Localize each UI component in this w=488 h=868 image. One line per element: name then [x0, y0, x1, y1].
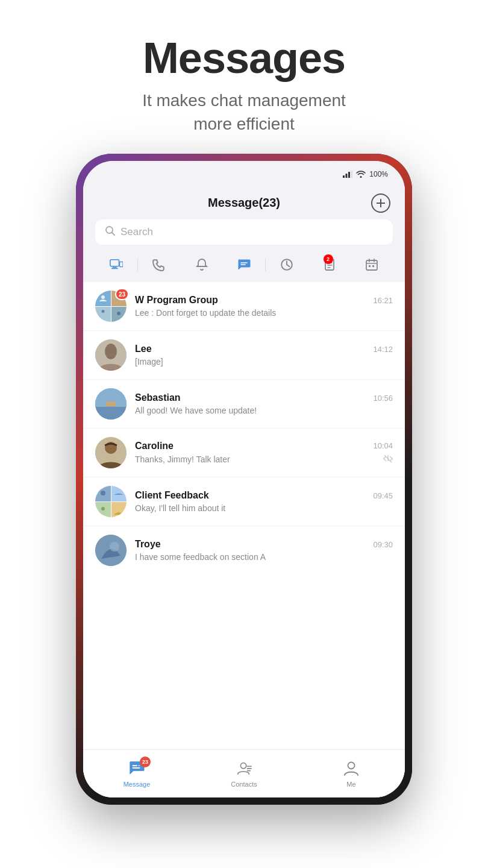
message-item[interactable]: Sebastian 10:56 All good! We have some u… — [83, 380, 405, 429]
message-bottom: I have some feedback on section A — [135, 552, 393, 562]
nav-item-contacts[interactable]: Contacts — [190, 755, 298, 793]
bottom-nav: 23 Message — [83, 749, 405, 797]
nav-item-message[interactable]: 23 Message — [83, 755, 190, 793]
tab-alerts[interactable] — [181, 253, 223, 276]
svg-rect-3 — [351, 171, 353, 178]
message-item[interactable]: Client Feedback 09:45 Okay, I'll tell hi… — [83, 477, 405, 526]
svg-point-52 — [240, 763, 246, 769]
tab-all[interactable] — [95, 253, 137, 276]
message-bottom: Lee : Dont forget to update the details — [135, 308, 393, 318]
avatar — [95, 535, 127, 566]
message-preview: [Image] — [135, 357, 393, 366]
message-bottom: Okay, I'll tell him about it — [135, 503, 393, 513]
svg-rect-19 — [366, 260, 377, 270]
me-nav-icon — [343, 760, 359, 778]
message-top: Caroline 10:04 — [135, 441, 393, 451]
svg-rect-2 — [348, 172, 350, 178]
message-item[interactable]: 23 W Program Group 16:21 Lee : Dont forg… — [83, 282, 405, 331]
svg-point-51 — [138, 765, 140, 767]
nav-item-me[interactable]: Me — [298, 755, 405, 793]
search-bar[interactable]: Search — [95, 219, 393, 245]
svg-point-56 — [348, 762, 355, 769]
message-preview: Lee : Dont forget to update the details — [135, 308, 393, 318]
svg-rect-10 — [111, 268, 118, 269]
svg-point-32 — [105, 344, 117, 359]
tab-calls[interactable] — [138, 253, 180, 276]
tasks-badge: 2 — [324, 254, 333, 264]
message-content: W Program Group 16:21 Lee : Dont forget … — [135, 295, 393, 318]
avatar — [95, 388, 127, 420]
message-preview: I have some feedback on section A — [135, 552, 393, 562]
message-bottom: [Image] — [135, 357, 393, 366]
tab-tasks[interactable]: 2 — [308, 253, 350, 276]
svg-point-45 — [101, 507, 105, 511]
svg-rect-23 — [369, 265, 371, 267]
plus-icon — [376, 198, 386, 208]
nav-icon-wrap — [343, 760, 359, 778]
svg-point-48 — [110, 542, 119, 552]
message-list: 23 W Program Group 16:21 Lee : Dont forg… — [83, 282, 405, 749]
message-top: Troye 09:30 — [135, 539, 393, 550]
svg-rect-24 — [372, 265, 374, 267]
message-content: Troye 09:30 I have some feedback on sect… — [135, 539, 393, 562]
message-name: Lee — [135, 344, 152, 354]
subtitle-line1: It makes chat management — [142, 91, 346, 110]
message-nav-badge: 23 — [140, 756, 151, 767]
message-top: Sebastian 10:56 — [135, 392, 393, 403]
message-preview: All good! We have some update! — [135, 406, 393, 415]
avatar-wrap — [95, 339, 127, 371]
message-item[interactable]: Caroline 10:04 Thanks, Jimmy! Talk later — [83, 429, 405, 477]
svg-rect-9 — [113, 267, 117, 268]
search-placeholder-text: Search — [120, 226, 153, 238]
message-content: Sebastian 10:56 All good! We have some u… — [135, 392, 393, 415]
message-time: 09:30 — [373, 540, 393, 549]
mute-icon — [383, 454, 393, 465]
svg-point-42 — [101, 491, 105, 495]
avatar-group — [95, 486, 127, 517]
svg-rect-37 — [106, 401, 116, 406]
message-content: Caroline 10:04 Thanks, Jimmy! Talk later — [135, 441, 393, 465]
message-content: Client Feedback 09:45 Okay, I'll tell hi… — [135, 490, 393, 513]
nav-label-contacts: Contacts — [231, 781, 257, 788]
svg-rect-34 — [95, 405, 127, 420]
app-header-title: Message(23) — [208, 196, 280, 210]
tab-calendar[interactable] — [351, 253, 393, 276]
svg-line-7 — [112, 233, 115, 236]
nav-icon-wrap — [236, 760, 252, 778]
status-bar-right: 100% — [343, 170, 388, 178]
page-subtitle: It makes chat management more efficient — [142, 89, 346, 136]
nav-icon-wrap: 23 — [129, 760, 145, 778]
message-name: Caroline — [135, 441, 174, 451]
message-item[interactable]: Troye 09:30 I have some feedback on sect… — [83, 526, 405, 574]
message-time: 09:45 — [373, 491, 393, 500]
app-content: Message(23) Search — [83, 187, 405, 797]
svg-point-30 — [117, 312, 120, 315]
nav-label-message: Message — [124, 781, 151, 788]
phone-inner: 100% Message(23) — [83, 161, 405, 797]
tab-recent[interactable] — [266, 253, 308, 276]
avatar-wrap — [95, 535, 127, 566]
avatar-wrap — [95, 388, 127, 420]
message-time: 10:56 — [373, 394, 393, 403]
app-header: Message(23) — [83, 187, 405, 217]
nav-label-me: Me — [346, 781, 355, 788]
add-conversation-button[interactable] — [371, 193, 390, 213]
svg-rect-0 — [343, 175, 345, 178]
message-time: 10:04 — [373, 441, 393, 450]
tab-chat[interactable] — [223, 253, 265, 276]
page-header: Messages It makes chat management more e… — [142, 0, 346, 154]
avatar — [95, 339, 127, 371]
message-name: Client Feedback — [135, 490, 209, 501]
message-bottom: All good! We have some update! — [135, 406, 393, 415]
message-content: Lee 14:12 [Image] — [135, 344, 393, 366]
message-item[interactable]: Lee 14:12 [Image] — [83, 331, 405, 380]
filter-tabs: 2 — [83, 253, 405, 282]
avatar — [95, 437, 127, 468]
search-icon — [105, 225, 116, 239]
message-top: W Program Group 16:21 — [135, 295, 393, 306]
message-top: Client Feedback 09:45 — [135, 490, 393, 501]
signal-icon — [343, 171, 352, 178]
message-name: Sebastian — [135, 392, 181, 403]
message-time: 14:12 — [373, 345, 393, 354]
status-bar: 100% — [83, 161, 405, 187]
